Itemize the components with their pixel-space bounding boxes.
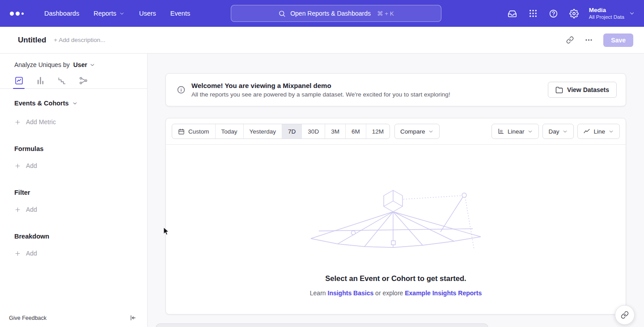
axis-scale-icon <box>497 128 504 135</box>
nav-reports-label: Reports <box>93 10 116 17</box>
copy-link-button[interactable] <box>562 33 577 48</box>
project-switcher[interactable]: Media All Project Data <box>589 6 635 21</box>
date-range-selector: Custom Today Yesterday 7D 30D 3M 6M 12M <box>172 124 390 139</box>
search-shortcut: ⌘ + K <box>377 10 394 17</box>
topnav-right: Media All Project Data <box>504 5 635 22</box>
ellipsis-icon <box>585 36 593 44</box>
inbox-button[interactable] <box>504 5 521 22</box>
nav-events-label: Events <box>170 10 190 17</box>
link-icon <box>566 36 574 44</box>
report-header: Untitled + Add description... Save <box>0 27 644 54</box>
help-icon <box>549 9 558 18</box>
insights-chart-icon <box>14 76 24 85</box>
save-button[interactable]: Save <box>603 34 633 47</box>
nav-users-label: Users <box>139 10 156 17</box>
chart-display-controls: Linear Day Line <box>491 124 620 139</box>
chart-empty-state: Select an Event or Cohort to get started… <box>166 145 626 297</box>
flows-nodes-icon <box>79 76 88 85</box>
chart-toolbar: Custom Today Yesterday 7D 30D 3M 6M 12M … <box>166 118 626 145</box>
events-cohorts-section[interactable]: Events & Cohorts <box>14 100 147 107</box>
formulas-section: Formulas <box>14 145 147 152</box>
settings-button[interactable] <box>566 5 583 22</box>
add-metric-button[interactable]: Add Metric <box>14 118 147 126</box>
filter-label: Filter <box>14 189 30 196</box>
apps-button[interactable] <box>525 5 542 22</box>
date-range-option[interactable]: 6M <box>346 124 366 138</box>
info-icon <box>177 85 186 94</box>
tab-insights[interactable] <box>14 76 24 89</box>
next-section-peek <box>156 323 488 327</box>
example-reports-link[interactable]: Example Insights Reports <box>405 289 482 297</box>
date-range-option[interactable]: Yesterday <box>244 124 283 138</box>
empty-state-links: Learn Insights Basics or explore Example… <box>310 289 482 297</box>
analyze-row: Analyze Uniques by User <box>0 54 147 68</box>
main-content: Welcome! You are viewing a Mixpanel demo… <box>148 54 644 327</box>
more-options-button[interactable] <box>581 33 596 48</box>
tab-funnels[interactable] <box>35 76 45 89</box>
link-icon <box>621 311 629 319</box>
date-range-option[interactable]: Today <box>216 124 244 138</box>
view-datasets-button[interactable]: View Datasets <box>548 82 617 98</box>
nav-users[interactable]: Users <box>139 10 156 17</box>
analyze-by-dropdown[interactable]: User <box>73 61 95 68</box>
empty-state-illustration <box>311 189 481 256</box>
view-datasets-label: View Datasets <box>567 86 609 93</box>
collapse-sidebar-button[interactable] <box>129 314 136 322</box>
chevron-down-icon <box>119 11 125 17</box>
grid-icon <box>529 9 538 18</box>
gear-icon <box>569 9 579 18</box>
add-metric-label: Add Metric <box>26 118 56 126</box>
sidebar-footer: Give Feedback <box>0 310 147 327</box>
folder-icon <box>555 86 563 94</box>
date-range-option[interactable]: Custom <box>172 124 216 138</box>
filter-section: Filter <box>14 189 147 196</box>
nav-dashboards[interactable]: Dashboards <box>44 10 79 17</box>
give-feedback-link[interactable]: Give Feedback <box>9 315 47 321</box>
tab-flows[interactable] <box>78 76 88 89</box>
date-range-option[interactable]: 30D <box>302 124 325 138</box>
nav-dashboards-label: Dashboards <box>44 10 79 17</box>
chevron-down-icon <box>72 101 78 106</box>
date-range-option[interactable]: 12M <box>366 124 390 138</box>
nav-reports[interactable]: Reports <box>93 10 125 17</box>
add-filter-button[interactable]: Add <box>14 206 147 213</box>
collapse-left-icon <box>129 314 136 322</box>
mixpanel-logo[interactable] <box>10 12 24 16</box>
add-breakdown-label: Add <box>26 250 37 257</box>
retention-steps-icon <box>57 76 67 85</box>
date-range-option[interactable]: 7D <box>282 124 302 138</box>
interval-selector[interactable]: Day <box>542 124 574 139</box>
add-formula-label: Add <box>26 162 37 169</box>
report-header-actions: Save <box>562 33 633 48</box>
project-name: Media <box>589 6 624 14</box>
project-scope: All Project Data <box>589 14 624 21</box>
add-formula-button[interactable]: Add <box>14 162 147 169</box>
help-button[interactable] <box>545 5 562 22</box>
share-link-button[interactable] <box>615 305 635 325</box>
formulas-label: Formulas <box>14 145 43 152</box>
plus-icon <box>14 119 21 126</box>
tab-retention[interactable] <box>57 76 67 89</box>
chevron-down-icon <box>428 129 434 134</box>
date-range-option[interactable]: 3M <box>325 124 346 138</box>
add-description[interactable]: + Add description... <box>54 37 105 43</box>
banner-text: Welcome! You are viewing a Mixpanel demo… <box>191 82 450 98</box>
breakdown-label: Breakdown <box>14 233 49 240</box>
add-breakdown-button[interactable]: Add <box>14 250 147 257</box>
chevron-down-icon <box>527 129 533 134</box>
empty-state-title: Select an Event or Cohort to get started… <box>325 274 466 283</box>
insights-basics-link[interactable]: Insights Basics <box>328 289 374 297</box>
chevron-down-icon <box>89 62 95 68</box>
global-search[interactable]: Open Reports & Dashboards ⌘ + K <box>231 5 441 22</box>
inbox-icon <box>508 9 517 18</box>
plus-icon <box>14 250 21 257</box>
breakdown-section: Breakdown <box>14 233 147 240</box>
chevron-down-icon <box>608 129 614 134</box>
chart-type-selector[interactable]: Line <box>577 124 620 139</box>
compare-button[interactable]: Compare <box>394 124 440 139</box>
report-title[interactable]: Untitled <box>18 36 46 45</box>
scale-selector[interactable]: Linear <box>491 124 539 139</box>
search-icon <box>278 10 286 17</box>
add-filter-label: Add <box>26 206 37 213</box>
nav-events[interactable]: Events <box>170 10 190 17</box>
